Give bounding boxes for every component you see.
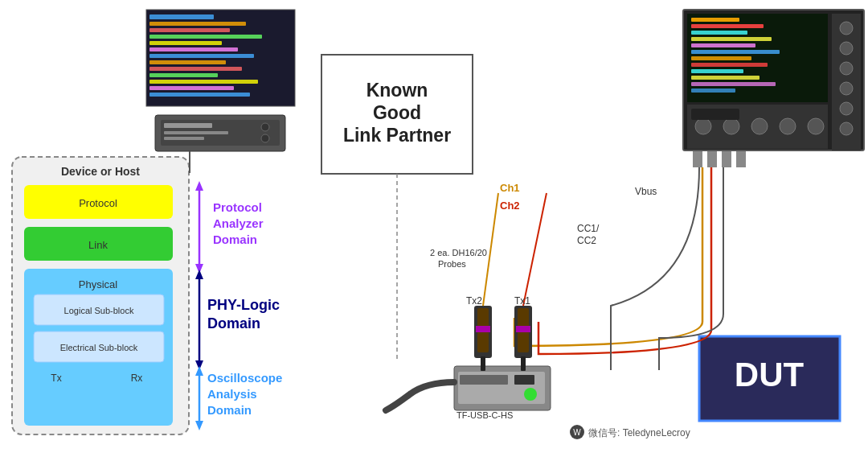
svg-point-117: [570, 425, 584, 439]
svg-rect-99: [481, 356, 485, 371]
svg-line-105: [483, 193, 498, 306]
svg-rect-67: [691, 63, 768, 67]
svg-text:Link: Link: [88, 239, 108, 251]
svg-marker-15: [195, 181, 203, 191]
svg-text:Tx1: Tx1: [514, 295, 530, 307]
svg-rect-100: [476, 326, 490, 332]
svg-rect-104: [516, 326, 530, 332]
svg-rect-63: [691, 37, 772, 41]
svg-rect-58: [683, 10, 864, 150]
diagram-svg: Protocol Link Physical Logical Sub-block…: [0, 0, 868, 457]
svg-rect-7: [34, 294, 164, 325]
svg-text:CC2: CC2: [577, 235, 596, 246]
main-container: Protocol Link Physical Logical Sub-block…: [0, 0, 868, 457]
svg-rect-93: [458, 372, 545, 404]
svg-text:Physical: Physical: [79, 278, 118, 290]
svg-rect-61: [691, 24, 764, 28]
svg-rect-60: [691, 18, 739, 22]
svg-rect-97: [474, 306, 492, 358]
svg-point-75: [840, 62, 853, 75]
svg-rect-64: [691, 43, 755, 47]
svg-text:Vbus: Vbus: [635, 186, 657, 197]
svg-point-78: [840, 122, 853, 135]
svg-rect-9: [34, 331, 164, 362]
svg-text:Good: Good: [373, 102, 421, 123]
svg-point-73: [840, 22, 853, 35]
svg-rect-54: [164, 137, 204, 140]
svg-point-77: [840, 102, 853, 115]
svg-rect-70: [691, 82, 776, 86]
svg-rect-87: [707, 151, 717, 167]
svg-rect-3: [24, 227, 173, 261]
svg-text:CC1/: CC1/: [577, 223, 600, 234]
svg-marker-22: [195, 421, 203, 430]
svg-rect-31: [321, 55, 473, 174]
svg-rect-5: [24, 269, 173, 426]
svg-rect-66: [691, 56, 751, 60]
svg-text:TF-USB-C-HS: TF-USB-C-HS: [457, 410, 513, 420]
svg-point-74: [840, 42, 853, 55]
svg-rect-72: [832, 14, 861, 150]
svg-rect-37: [149, 14, 214, 19]
svg-rect-40: [149, 35, 262, 39]
svg-point-76: [840, 82, 853, 95]
svg-rect-1: [24, 185, 173, 219]
svg-text:W: W: [573, 428, 581, 437]
svg-rect-39: [149, 28, 230, 32]
svg-rect-88: [722, 151, 731, 167]
svg-marker-18: [195, 270, 203, 279]
svg-text:Known: Known: [366, 80, 428, 101]
svg-rect-0: [12, 157, 189, 434]
svg-rect-68: [691, 69, 743, 73]
svg-line-106: [523, 193, 547, 306]
svg-text:PHY-Logic: PHY-Logic: [207, 297, 280, 313]
svg-rect-46: [149, 73, 218, 77]
svg-text:Analysis: Analysis: [207, 387, 257, 401]
svg-rect-51: [161, 120, 280, 146]
svg-text:Electrical Sub-block: Electrical Sub-block: [60, 343, 138, 352]
svg-point-56: [261, 134, 269, 142]
svg-rect-85: [691, 109, 739, 120]
svg-rect-96: [514, 375, 534, 385]
svg-point-94: [524, 388, 537, 401]
svg-rect-79: [687, 105, 828, 149]
svg-rect-43: [149, 54, 254, 58]
svg-rect-69: [691, 76, 760, 80]
svg-rect-53: [164, 131, 228, 134]
svg-text:Logical Sub-block: Logical Sub-block: [64, 306, 134, 315]
svg-point-83: [780, 118, 796, 134]
svg-rect-49: [149, 93, 250, 97]
svg-point-80: [695, 118, 711, 134]
svg-text:Domain: Domain: [207, 315, 260, 331]
svg-marker-19: [195, 360, 203, 370]
svg-text:Rx: Rx: [131, 373, 143, 384]
svg-rect-41: [149, 41, 222, 45]
svg-rect-47: [149, 80, 258, 84]
svg-text:Tx: Tx: [51, 373, 61, 384]
svg-text:Tx2: Tx2: [466, 295, 482, 307]
svg-rect-86: [693, 151, 702, 167]
svg-rect-52: [164, 123, 212, 128]
svg-rect-89: [736, 151, 746, 167]
svg-rect-42: [149, 47, 238, 51]
svg-rect-103: [521, 356, 526, 371]
svg-text:Probes: Probes: [438, 259, 466, 269]
svg-point-81: [723, 118, 739, 134]
svg-rect-71: [691, 89, 735, 93]
svg-text:Device or Host: Device or Host: [61, 165, 140, 178]
svg-rect-59: [687, 14, 828, 102]
svg-text:DUT: DUT: [735, 356, 805, 393]
svg-rect-101: [514, 306, 532, 358]
svg-point-55: [261, 123, 269, 131]
svg-text:Link Partner: Link Partner: [343, 125, 451, 146]
svg-text:Oscilloscope: Oscilloscope: [207, 371, 282, 385]
svg-rect-45: [149, 67, 242, 71]
svg-rect-38: [149, 22, 246, 26]
svg-rect-50: [155, 115, 285, 151]
svg-rect-90: [699, 336, 840, 421]
svg-rect-98: [477, 308, 489, 352]
svg-text:Domain: Domain: [213, 233, 257, 246]
svg-rect-95: [460, 375, 508, 385]
svg-rect-102: [518, 308, 529, 352]
svg-point-84: [808, 118, 824, 134]
